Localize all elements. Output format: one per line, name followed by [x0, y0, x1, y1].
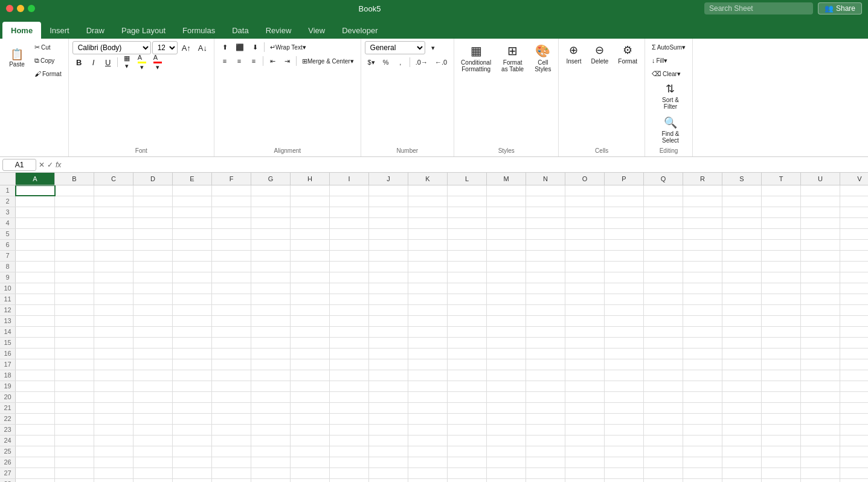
cell-R15[interactable]: [683, 338, 722, 348]
cell-K21[interactable]: [408, 403, 448, 413]
cell-K24[interactable]: [408, 435, 448, 446]
cell-P23[interactable]: [605, 425, 644, 435]
cell-G23[interactable]: [251, 425, 291, 435]
col-header-S[interactable]: S: [722, 173, 762, 185]
cell-O28[interactable]: [565, 479, 605, 482]
cell-M6[interactable]: [487, 240, 526, 250]
find-select-button[interactable]: 🔍 Find &Select: [658, 114, 683, 146]
cell-V5[interactable]: [840, 229, 868, 239]
cell-M9[interactable]: [487, 272, 526, 283]
cell-Q14[interactable]: [644, 327, 683, 337]
cell-L19[interactable]: [448, 381, 487, 391]
cell-O13[interactable]: [565, 316, 605, 326]
row-num-6[interactable]: 6: [0, 240, 16, 250]
cell-D14[interactable]: [133, 327, 173, 337]
cell-T28[interactable]: [762, 479, 801, 482]
cell-Q15[interactable]: [644, 338, 683, 348]
cell-B26[interactable]: [55, 457, 94, 468]
cell-D17[interactable]: [133, 359, 173, 370]
cell-E12[interactable]: [173, 305, 212, 315]
cell-O7[interactable]: [565, 251, 605, 261]
cell-R22[interactable]: [683, 414, 722, 424]
cell-V12[interactable]: [840, 305, 868, 315]
cell-H6[interactable]: [291, 240, 330, 250]
cell-G8[interactable]: [251, 262, 291, 272]
cell-N18[interactable]: [526, 370, 565, 381]
cell-T19[interactable]: [762, 381, 801, 391]
cell-N23[interactable]: [526, 425, 565, 435]
cell-D3[interactable]: [133, 207, 173, 217]
cell-V21[interactable]: [840, 403, 868, 413]
tab-home[interactable]: Home: [2, 22, 41, 39]
col-header-V[interactable]: V: [840, 173, 868, 185]
cell-B7[interactable]: [55, 251, 94, 261]
row-num-5[interactable]: 5: [0, 229, 16, 239]
cell-J14[interactable]: [369, 327, 408, 337]
clear-button[interactable]: ⌫ Clear ▾: [649, 68, 684, 80]
cell-P12[interactable]: [605, 305, 644, 315]
cell-K13[interactable]: [408, 316, 448, 326]
cell-E26[interactable]: [173, 457, 212, 468]
paste-button[interactable]: 📋 Paste: [4, 41, 30, 75]
cell-C19[interactable]: [94, 381, 133, 391]
insert-button[interactable]: ⊕ Insert: [562, 41, 585, 67]
cell-C17[interactable]: [94, 359, 133, 370]
row-num-25[interactable]: 25: [0, 446, 16, 457]
cell-V27[interactable]: [840, 468, 868, 478]
cell-O6[interactable]: [565, 240, 605, 250]
cell-A11[interactable]: [16, 294, 55, 304]
cell-U19[interactable]: [801, 381, 840, 391]
cell-R5[interactable]: [683, 229, 722, 239]
cell-G16[interactable]: [251, 349, 291, 359]
cell-U20[interactable]: [801, 392, 840, 402]
col-header-I[interactable]: I: [330, 173, 369, 185]
cell-B25[interactable]: [55, 446, 94, 457]
cell-O5[interactable]: [565, 229, 605, 239]
cell-H5[interactable]: [291, 229, 330, 239]
cell-F11[interactable]: [212, 294, 251, 304]
number-format-select[interactable]: General: [365, 41, 425, 54]
cell-F13[interactable]: [212, 316, 251, 326]
font-size-select[interactable]: 12: [152, 41, 178, 54]
cell-R14[interactable]: [683, 327, 722, 337]
cell-L12[interactable]: [448, 305, 487, 315]
cell-S5[interactable]: [722, 229, 762, 239]
cell-L21[interactable]: [448, 403, 487, 413]
cell-J23[interactable]: [369, 425, 408, 435]
cell-C4[interactable]: [94, 218, 133, 228]
cell-E16[interactable]: [173, 349, 212, 359]
cell-O26[interactable]: [565, 457, 605, 468]
cell-K15[interactable]: [408, 338, 448, 348]
fill-color-button[interactable]: A▾: [135, 56, 149, 68]
merge-center-button[interactable]: ⊞ Merge & Center ▾: [299, 55, 357, 67]
cell-A25[interactable]: [16, 446, 55, 457]
cell-V6[interactable]: [840, 240, 868, 250]
cell-M4[interactable]: [487, 218, 526, 228]
cell-U13[interactable]: [801, 316, 840, 326]
cell-R24[interactable]: [683, 435, 722, 446]
cell-P15[interactable]: [605, 338, 644, 348]
col-header-J[interactable]: J: [369, 173, 408, 185]
cell-E18[interactable]: [173, 370, 212, 381]
cell-H22[interactable]: [291, 414, 330, 424]
cell-A6[interactable]: [16, 240, 55, 250]
cell-U21[interactable]: [801, 403, 840, 413]
cell-E27[interactable]: [173, 468, 212, 478]
accounting-button[interactable]: $▾: [365, 56, 378, 68]
cell-L4[interactable]: [448, 218, 487, 228]
cell-S4[interactable]: [722, 218, 762, 228]
col-header-R[interactable]: R: [683, 173, 722, 185]
cell-T11[interactable]: [762, 294, 801, 304]
cell-G28[interactable]: [251, 479, 291, 482]
cell-L2[interactable]: [448, 196, 487, 207]
cell-J8[interactable]: [369, 262, 408, 272]
cell-E28[interactable]: [173, 479, 212, 482]
cell-S7[interactable]: [722, 251, 762, 261]
cell-S1[interactable]: [722, 185, 762, 196]
cell-G11[interactable]: [251, 294, 291, 304]
cell-S15[interactable]: [722, 338, 762, 348]
align-center-button[interactable]: ≡: [233, 55, 246, 67]
col-header-Q[interactable]: Q: [644, 173, 683, 185]
cell-L5[interactable]: [448, 229, 487, 239]
cell-P5[interactable]: [605, 229, 644, 239]
